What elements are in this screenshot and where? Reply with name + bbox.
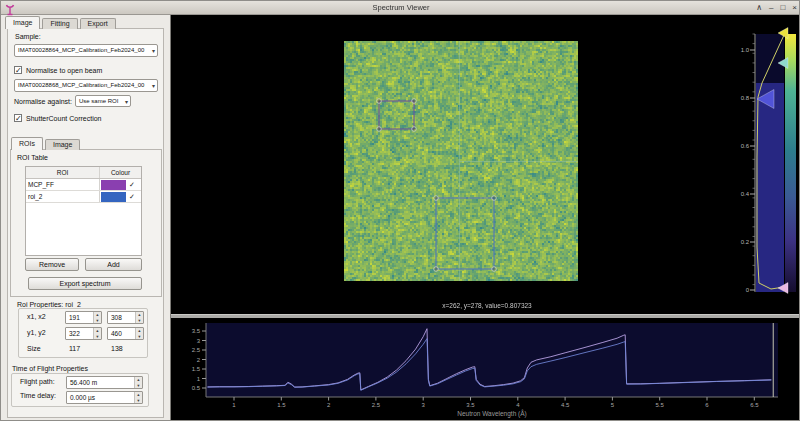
level-region[interactable] — [756, 83, 784, 292]
control-panel: Image Fitting Export Sample: IMAT0002886… — [1, 15, 171, 421]
time-delay-label: Time delay: — [20, 392, 56, 399]
y-tick-label: 1.5 — [192, 366, 201, 372]
cursor-status-text: x=262, y=278, value=0.807323 — [442, 302, 531, 309]
x-tick-label: 3.5 — [466, 402, 475, 408]
tab-export[interactable]: Export — [80, 18, 116, 29]
close-button[interactable]: × — [792, 4, 797, 12]
y1-stepper[interactable]: 322 ▴▾ — [65, 327, 102, 340]
flight-path-stepper[interactable]: 56.400 m ▴▾ — [66, 376, 143, 389]
maximize-button[interactable]: □ — [780, 4, 785, 12]
chevron-down-icon: ▾ — [152, 81, 155, 92]
export-spectrum-button[interactable]: Export spectrum — [28, 277, 142, 290]
roi-resize-handle[interactable] — [412, 99, 417, 104]
size-height-value: 138 — [111, 345, 123, 352]
normalise-checkbox[interactable]: ✓ Normalise to open beam — [14, 66, 102, 74]
roi-visible-checkbox[interactable]: ✓ — [129, 192, 135, 202]
colorbar-tick-label: 0.8 — [741, 95, 750, 101]
roi-name: MCP_FF — [26, 179, 100, 190]
x-tick-label: 1 — [232, 402, 236, 408]
x-tick-label: 5.5 — [656, 402, 665, 408]
roi-resize-handle[interactable] — [377, 127, 382, 132]
y-tick-label: 3.5 — [192, 328, 201, 334]
y2-stepper[interactable]: 460 ▴▾ — [107, 327, 144, 340]
x-tick-label: 6 — [705, 402, 709, 408]
colorbar-tick-label: 0.2 — [741, 239, 750, 245]
spin-down-icon[interactable]: ▾ — [94, 318, 101, 324]
spin-down-icon[interactable]: ▾ — [94, 334, 101, 340]
window-title: Spectrum Viewer — [373, 3, 430, 12]
roi-colour-swatch[interactable] — [101, 192, 126, 202]
roi-properties-title: Roi Properties: roi_2 — [17, 301, 81, 308]
spin-down-icon[interactable]: ▾ — [135, 383, 142, 389]
title-bar[interactable]: Spectrum Viewer ∧ – □ × — [1, 1, 800, 15]
x-range-label: x1, x2 — [27, 313, 46, 320]
roi-table-header: ROI Colour — [26, 167, 141, 179]
size-width-value: 117 — [69, 345, 80, 352]
shuttercount-checkbox[interactable]: ✓ ShutterCount Correction — [14, 114, 101, 122]
roi-visible-checkbox[interactable]: ✓ — [129, 180, 135, 190]
x-tick-label: 2 — [327, 402, 331, 408]
y-tick-label: 3 — [197, 338, 201, 344]
sample-select[interactable]: IMAT00028864_MCP_Calibration_Feb2024_00▾ — [14, 44, 158, 57]
chevron-down-icon: ▾ — [125, 97, 128, 107]
x-tick-label: 4.5 — [561, 402, 570, 408]
spin-down-icon[interactable]: ▾ — [136, 318, 143, 324]
gradient-bar[interactable] — [785, 34, 796, 292]
roi-overlay[interactable] — [344, 41, 578, 281]
tab-roi-image[interactable]: Image — [45, 139, 80, 150]
colorbar-tick-label: 0.4 — [741, 191, 750, 197]
histogram-colorbar[interactable]: 1.00.80.60.40.20 — [737, 27, 800, 299]
roi-rect-roi_2[interactable] — [434, 196, 497, 272]
time-delay-stepper[interactable]: 0.000 µs ▴▾ — [66, 391, 143, 404]
table-row[interactable]: MCP_FF ✓ — [26, 179, 141, 191]
splitter-handle[interactable] — [171, 314, 800, 318]
roi-resize-handle[interactable] — [412, 127, 417, 132]
colorbar-tick-label: 0.6 — [741, 143, 750, 149]
spectrum-plot[interactable]: 0.511.522.533.511.522.533.544.555.566.5N… — [171, 319, 800, 421]
x-tick-label: 1.5 — [277, 402, 286, 408]
x2-stepper[interactable]: 308 ▴▾ — [107, 311, 144, 324]
roi-resize-handle[interactable] — [377, 99, 382, 104]
x-axis-label: Neutron Wavelength (Å) — [457, 409, 527, 418]
openbeam-select[interactable]: IMAT00028868_MCP_Calibration_Feb2024_00▾ — [14, 79, 158, 92]
roi-name: roi_2 — [26, 191, 100, 202]
tab-rois[interactable]: ROIs — [11, 137, 43, 150]
normalise-against-select[interactable]: Use same ROI▾ — [75, 95, 131, 107]
y-range-label: y1, y2 — [27, 329, 46, 336]
x-tick-label: 5 — [611, 402, 615, 408]
checkbox-check-icon: ✓ — [14, 114, 22, 122]
spin-down-icon[interactable]: ▾ — [136, 334, 143, 340]
roi-resize-handle[interactable] — [492, 196, 497, 201]
x-tick-label: 6.5 — [750, 402, 759, 408]
minimize-button[interactable]: – — [769, 4, 773, 12]
y-tick-label: 0.5 — [192, 385, 201, 391]
x1-stepper[interactable]: 191 ▴▾ — [65, 311, 102, 324]
checkbox-check-icon: ✓ — [14, 66, 22, 74]
roi-properties-box: x1, x2 191 ▴▾ 308 ▴▾ y1, y2 322 ▴▾ 460 ▴… — [18, 308, 148, 358]
shade-button[interactable]: ∧ — [756, 4, 762, 12]
tof-title: Time of Flight Properties — [12, 365, 88, 372]
roi-resize-handle[interactable] — [434, 267, 439, 272]
roi-table: ROI Colour MCP_FF ✓ roi_2 ✓ — [25, 166, 142, 256]
add-button[interactable]: Add — [85, 258, 142, 271]
remove-button[interactable]: Remove — [25, 258, 79, 271]
spectrum-viewer-window: Spectrum Viewer ∧ – □ × Image Fitting Ex… — [0, 0, 800, 421]
column-colour: Colour — [100, 167, 141, 178]
y-tick-label: 2 — [197, 357, 201, 363]
x-tick-label: 4 — [516, 402, 520, 408]
tab-fitting[interactable]: Fitting — [42, 18, 77, 29]
x-tick-label: 3 — [422, 402, 426, 408]
roi-resize-handle[interactable] — [492, 267, 497, 272]
column-roi: ROI — [26, 167, 100, 178]
spin-down-icon[interactable]: ▾ — [135, 398, 142, 404]
colorbar-tick-label: 0 — [746, 287, 750, 293]
x-tick-label: 2.5 — [372, 402, 381, 408]
roi-table-title: ROI Table — [17, 154, 48, 161]
table-row[interactable]: roi_2 ✓ — [26, 191, 141, 203]
chevron-down-icon: ▾ — [152, 46, 155, 57]
roi-rect-MCP_FF[interactable] — [377, 99, 417, 132]
roi-resize-handle[interactable] — [434, 196, 439, 201]
y-tick-label: 1 — [197, 376, 201, 382]
app-icon — [5, 2, 15, 20]
roi-colour-swatch[interactable] — [101, 180, 126, 190]
